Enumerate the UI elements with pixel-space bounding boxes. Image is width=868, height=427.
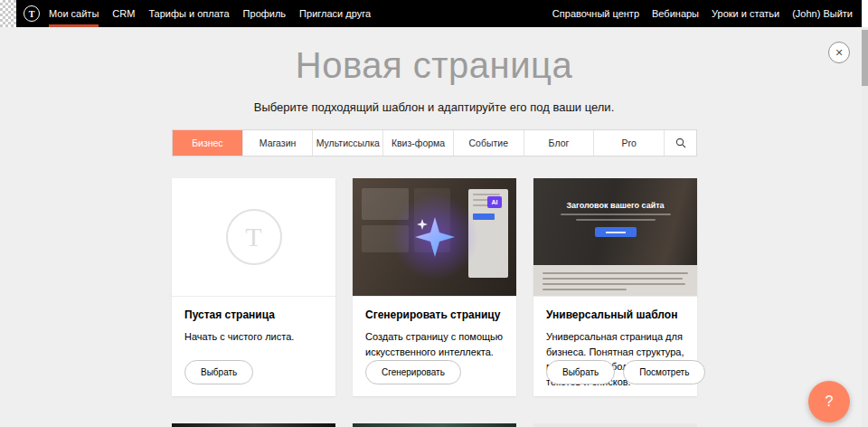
tab-shop[interactable]: Магазин	[242, 130, 313, 156]
template-cards-row: T Пустая страница Начать с чистого листа…	[172, 178, 697, 396]
ai-badge: AI	[487, 196, 502, 208]
nav-item-webinars[interactable]: Вебинары	[652, 8, 699, 19]
template-card-stub[interactable]	[533, 423, 697, 427]
nav-item-lessons[interactable]: Уроки и статьи	[712, 8, 779, 19]
card-title: Сгенерировать страницу	[365, 308, 504, 321]
preview-hero: Заголовок вашего сайта	[533, 178, 697, 265]
nav-item-crm[interactable]: CRM	[112, 0, 135, 27]
tab-pro[interactable]: Pro	[593, 130, 664, 156]
topbar: T Мои сайты CRM Тарифы и оплата Профиль …	[0, 0, 862, 27]
card-description: Начать с чистого листа.	[184, 329, 323, 345]
search-icon	[675, 138, 686, 148]
template-card-stub[interactable]	[172, 423, 335, 427]
page-title: Новая страница	[0, 45, 868, 86]
preview-text-block	[533, 265, 697, 297]
nav-item-tariffs[interactable]: Тарифы и оплата	[148, 0, 229, 27]
template-cards-row-2	[172, 423, 697, 427]
page-subtitle: Выберите подходящий шаблон и адаптируйте…	[0, 100, 868, 114]
scrollbar-track[interactable]	[862, 27, 868, 427]
tab-multilink[interactable]: Мультиссылка	[312, 130, 382, 156]
tab-event[interactable]: Событие	[453, 130, 524, 156]
choose-blank-button[interactable]: Выбрать	[184, 360, 253, 384]
tab-quiz-form[interactable]: Квиз-форма	[382, 130, 453, 156]
template-category-tabs: Бизнес Магазин Мультиссылка Квиз-форма С…	[172, 129, 697, 157]
card-universal-template: Заголовок вашего сайта Универсальный шаб…	[533, 178, 697, 396]
nav-item-profile[interactable]: Профиль	[243, 0, 287, 27]
tilda-logo-icon[interactable]: T	[24, 5, 40, 22]
view-template-button[interactable]: Посмотреть	[623, 360, 705, 384]
ai-sparkle-icon	[392, 194, 478, 280]
card-title: Пустая страница	[184, 308, 323, 321]
choose-template-button[interactable]: Выбрать	[546, 360, 615, 384]
card-blank-page: T Пустая страница Начать с чистого листа…	[172, 178, 335, 396]
nav-item-logout[interactable]: (John) Выйти	[792, 8, 853, 19]
tab-blog[interactable]: Блог	[524, 130, 594, 156]
scrollbar	[862, 0, 868, 427]
nav-item-help-center[interactable]: Справочный центр	[552, 8, 639, 19]
topbar-nav-left: Мои сайты CRM Тарифы и оплата Профиль Пр…	[49, 0, 371, 27]
help-chat-button[interactable]: ?	[808, 381, 850, 422]
blank-page-preview: T	[172, 178, 335, 297]
nav-item-invite-friend[interactable]: Пригласи друга	[299, 0, 371, 27]
generate-button[interactable]: Сгенерировать	[365, 360, 461, 384]
topbar-nav-right: Справочный центр Вебинары Уроки и статьи…	[552, 8, 853, 19]
tab-search[interactable]	[664, 130, 696, 156]
close-icon[interactable]: ✕	[828, 42, 850, 63]
preview-heading: Заголовок вашего сайта	[533, 178, 697, 210]
card-description: Создать страницу с помощью искусственног…	[365, 329, 504, 359]
scrollbar-thumb[interactable]	[862, 30, 868, 86]
card-generate-page: AI Сгенерировать страницу Создать страни…	[353, 178, 516, 396]
universal-template-preview: Заголовок вашего сайта	[533, 178, 697, 297]
card-title: Универсальный шаблон	[546, 308, 684, 321]
ai-generate-preview: AI	[353, 178, 516, 297]
nav-item-my-sites[interactable]: Мои сайты	[49, 0, 99, 27]
preview-cta-button	[595, 227, 637, 237]
transparency-checker	[0, 0, 16, 27]
tilda-logo-watermark-icon: T	[226, 209, 282, 265]
tab-business[interactable]: Бизнес	[173, 130, 242, 156]
template-card-stub[interactable]	[353, 423, 516, 427]
